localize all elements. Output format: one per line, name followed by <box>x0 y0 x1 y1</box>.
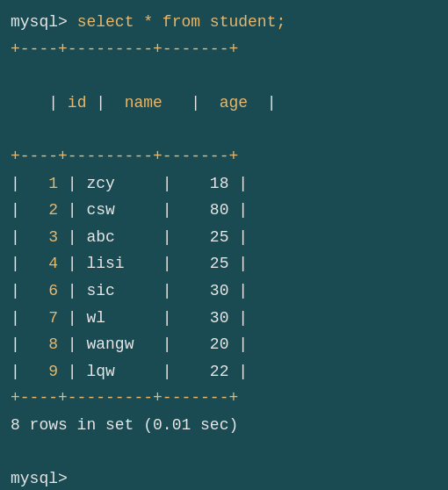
empty-line <box>11 439 437 466</box>
second-prompt-line[interactable]: mysql> <box>11 465 437 490</box>
prompt-2: mysql> <box>11 470 68 487</box>
terminal-window: mysql> select * from student; +----+----… <box>11 9 437 481</box>
bottom-separator: +----+---------+-------+ <box>11 385 437 412</box>
sql-command: select * from student; <box>77 13 286 31</box>
top-separator: +----+---------+-------+ <box>11 36 437 63</box>
table-row: | 6 | sic | 30 | <box>11 277 437 305</box>
header-row: | id | name | age | <box>11 62 437 143</box>
command-line: mysql> select * from student; <box>11 9 437 36</box>
mid-separator: +----+---------+-------+ <box>11 143 437 170</box>
table-row: | 2 | csw | 80 | <box>11 197 437 224</box>
table-row: | 1 | zcy | 18 | <box>11 170 437 198</box>
result-summary: 8 rows in set (0.01 sec) <box>11 412 437 439</box>
table-row: | 7 | wl | 30 | <box>11 305 437 332</box>
prompt-1: mysql> <box>11 13 77 31</box>
table-row: | 3 | abc | 25 | <box>11 224 437 251</box>
table-row: | 8 | wangw | 20 | <box>11 331 437 358</box>
table-row: | 4 | lisi | 25 | <box>11 250 437 277</box>
table-row: | 9 | lqw | 22 | <box>11 358 437 386</box>
